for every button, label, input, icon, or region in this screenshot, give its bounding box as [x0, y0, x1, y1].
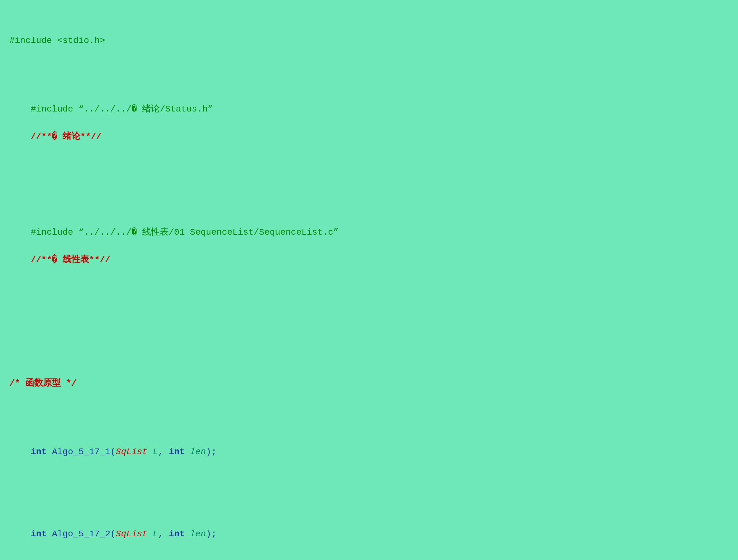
line-include-seqlist: #include “../../../� 线性表/01 SequenceList… [9, 212, 729, 281]
code-editor: #include <stdio.h> #include “../../../� … [9, 6, 729, 560]
line-comment-proto: /* 函数原型 */ [9, 377, 729, 390]
line-include-stdio: #include <stdio.h> [9, 34, 729, 47]
line-proto-2: int Algo_5_17_2(SqList L, int len); [9, 513, 729, 554]
line-proto-1: int Algo_5_17_1(SqList L, int len); [9, 431, 729, 472]
line-blank-1 [9, 322, 729, 335]
line-include-status: #include “../../../� 绪论/Status.h” //**� … [9, 88, 729, 170]
